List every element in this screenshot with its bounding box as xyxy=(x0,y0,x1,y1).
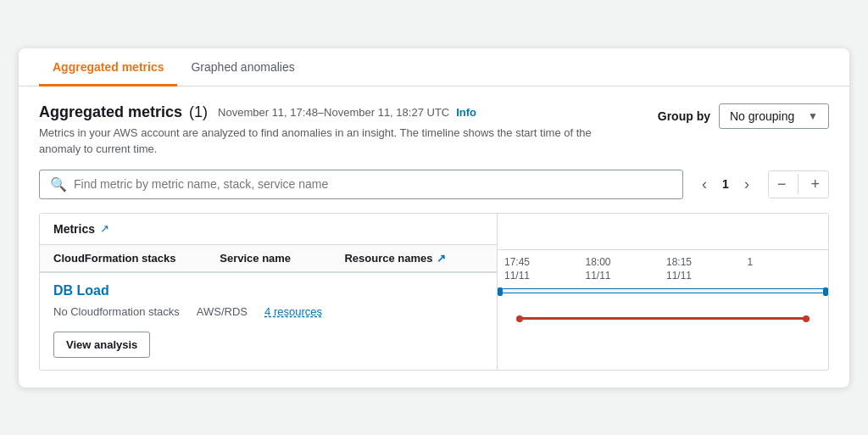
date-1745: 11/11 xyxy=(504,269,586,283)
anomaly-dot-left xyxy=(516,315,523,322)
metrics-count: (1) xyxy=(189,103,208,121)
tab-graphed-anomalies[interactable]: Graphed anomalies xyxy=(177,48,308,86)
view-analysis-button[interactable]: View analysis xyxy=(53,332,150,358)
zoom-controls: − + xyxy=(768,170,829,198)
table-header: Metrics ↗ xyxy=(40,214,497,245)
group-by-label: Group by xyxy=(658,109,710,123)
search-input[interactable] xyxy=(74,177,672,191)
no-stacks-text: No Cloudformation stacks xyxy=(53,305,180,318)
view-btn-row: View analysis xyxy=(40,328,497,370)
subtitle-text: Metrics in your AWS account are analyzed… xyxy=(39,125,615,158)
resources-link[interactable]: 4 resources xyxy=(264,305,322,318)
main-content: Aggregated metrics (1) November 11, 17:4… xyxy=(19,86,849,388)
search-row: 🔍 ‹ 1 › − + xyxy=(39,170,829,199)
pagination-current: 1 xyxy=(717,177,734,191)
date-1815: 11/11 xyxy=(666,269,748,283)
time-label-1800: 18:00 11/11 xyxy=(586,255,667,284)
db-load-link[interactable]: DB Load xyxy=(53,283,483,298)
time-1815: 18:15 xyxy=(666,255,748,270)
time-1745: 17:45 xyxy=(504,255,586,270)
zoom-in-button[interactable]: + xyxy=(802,171,828,198)
tab-aggregated-metrics[interactable]: Aggregated metrics xyxy=(39,48,177,86)
time-label-1745: 17:45 11/11 xyxy=(504,255,586,284)
resource-names-header: Resource names ↗ xyxy=(344,252,483,265)
page-title: Aggregated metrics xyxy=(39,103,182,121)
main-card: Aggregated metrics Graphed anomalies Agg… xyxy=(19,48,849,388)
pagination: ‹ 1 › xyxy=(697,174,754,195)
timeline-header-space xyxy=(498,214,828,250)
metrics-table: Metrics ↗ CloudFormation stacks Service … xyxy=(39,213,829,371)
info-link[interactable]: Info xyxy=(456,106,476,119)
tabs-bar: Aggregated metrics Graphed anomalies xyxy=(19,48,849,86)
right-panel: 17:45 11/11 18:00 11/11 18:15 11/11 1 xyxy=(498,214,828,370)
time-labels-row: 17:45 11/11 18:00 11/11 18:15 11/11 1 xyxy=(498,250,828,289)
time-1800: 18:00 xyxy=(586,255,667,270)
metrics-column-label: Metrics xyxy=(53,222,95,236)
resource-names-label: Resource names xyxy=(344,252,432,265)
date-1800: 11/11 xyxy=(586,269,667,283)
zoom-divider xyxy=(798,174,798,194)
anomaly-bar xyxy=(520,317,806,320)
row-details: No Cloudformation stacks AWS/RDS 4 resou… xyxy=(53,305,483,318)
time-label-end: 1 xyxy=(748,255,829,270)
metrics-header: Metrics ↗ xyxy=(53,222,109,236)
table-row: DB Load No Cloudformation stacks AWS/RDS… xyxy=(40,273,497,328)
group-by-select[interactable]: No grouping ▼ xyxy=(719,103,829,129)
timeline-data-row xyxy=(498,293,828,344)
chevron-down-icon: ▼ xyxy=(808,110,818,122)
search-input-wrap[interactable]: 🔍 xyxy=(39,170,683,199)
group-by-block: Group by No grouping ▼ xyxy=(658,103,829,129)
pagination-next-button[interactable]: › xyxy=(739,174,754,195)
zoom-out-button[interactable]: − xyxy=(769,171,795,198)
left-panel: Metrics ↗ CloudFormation stacks Service … xyxy=(40,214,498,370)
anomaly-dot-right xyxy=(803,315,810,322)
group-by-value: No grouping xyxy=(730,109,794,123)
time-end: 1 xyxy=(748,255,829,270)
title-line: Aggregated metrics (1) November 11, 17:4… xyxy=(39,103,615,121)
aws-rds-text: AWS/RDS xyxy=(197,305,248,318)
time-label-1815: 18:15 11/11 xyxy=(666,255,748,284)
cf-stacks-header: CloudFormation stacks xyxy=(53,252,220,265)
date-range: November 11, 17:48–November 11, 18:27 UT… xyxy=(218,106,449,119)
service-name-header: Service name xyxy=(220,252,344,265)
column-headers: CloudFormation stacks Service name Resou… xyxy=(40,245,497,273)
resource-names-external-icon[interactable]: ↗ xyxy=(437,252,446,265)
pagination-prev-button[interactable]: ‹ xyxy=(697,174,712,195)
search-icon: 🔍 xyxy=(50,176,67,192)
title-block: Aggregated metrics (1) November 11, 17:4… xyxy=(39,103,615,158)
header-row: Aggregated metrics (1) November 11, 17:4… xyxy=(39,103,829,158)
external-link-icon[interactable]: ↗ xyxy=(100,222,109,235)
